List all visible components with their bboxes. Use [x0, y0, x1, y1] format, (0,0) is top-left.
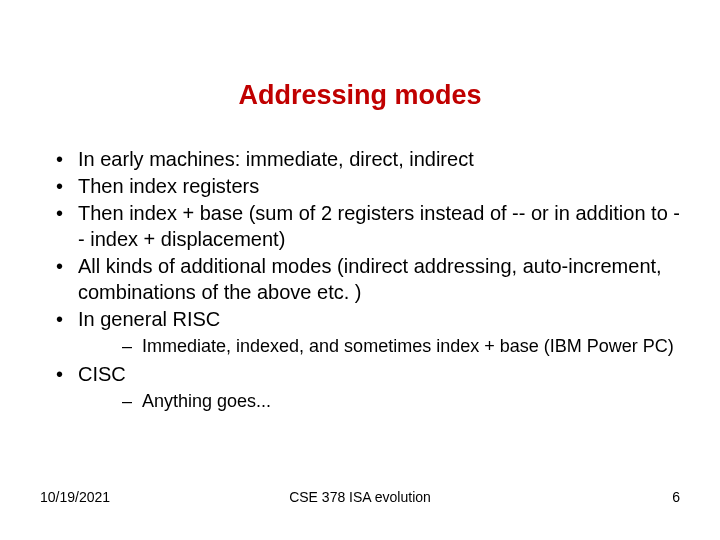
footer-center: CSE 378 ISA evolution — [289, 489, 431, 505]
bullet-item: All kinds of additional modes (indirect … — [40, 253, 680, 305]
bullet-item: Then index + base (sum of 2 registers in… — [40, 200, 680, 252]
sub-text: Anything goes... — [142, 391, 271, 411]
bullet-text: All kinds of additional modes (indirect … — [78, 255, 662, 303]
slide: Addressing modes In early machines: imme… — [0, 0, 720, 414]
bullet-text: CISC — [78, 363, 126, 385]
bullet-item: In early machines: immediate, direct, in… — [40, 146, 680, 172]
sub-list: Immediate, indexed, and sometimes index … — [78, 335, 680, 358]
bullet-text: In general RISC — [78, 308, 220, 330]
bullet-text: In early machines: immediate, direct, in… — [78, 148, 474, 170]
footer-page: 6 — [672, 489, 680, 505]
sub-list: Anything goes... — [78, 390, 680, 413]
bullet-text: Then index registers — [78, 175, 259, 197]
bullet-item: In general RISC Immediate, indexed, and … — [40, 306, 680, 358]
sub-item: Immediate, indexed, and sometimes index … — [78, 335, 680, 358]
footer-date: 10/19/2021 — [40, 489, 110, 505]
sub-item: Anything goes... — [78, 390, 680, 413]
footer: 10/19/2021 CSE 378 ISA evolution 6 — [0, 489, 720, 505]
bullet-list: In early machines: immediate, direct, in… — [40, 146, 680, 414]
bullet-item: CISC Anything goes... — [40, 361, 680, 413]
bullet-text: Then index + base (sum of 2 registers in… — [78, 202, 680, 250]
sub-text: Immediate, indexed, and sometimes index … — [142, 336, 674, 356]
slide-title: Addressing modes — [40, 80, 680, 111]
bullet-item: Then index registers — [40, 173, 680, 199]
